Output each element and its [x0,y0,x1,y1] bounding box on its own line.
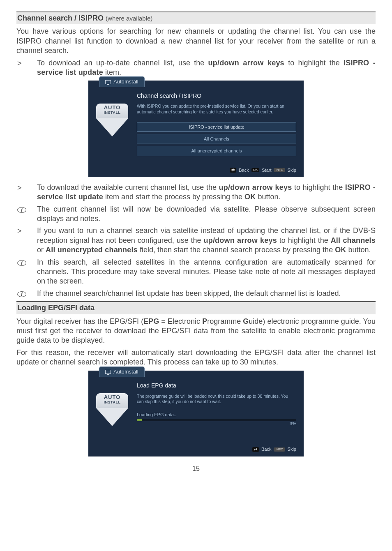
info-note-3: If the channel search/channel list updat… [16,289,376,299]
bold-text: All channels [331,236,376,244]
text: Your digital receiver has the EPG/SFI ( [16,317,143,325]
bold-text: OK [244,193,256,201]
text: To download an up-to-date channel list, … [37,59,208,67]
bold-text: up/down arrow keys [219,183,292,191]
text: button. [346,246,371,254]
footer-start[interactable]: Start [262,167,271,173]
step-channel-search: > If you want to run a channel search vi… [16,226,376,255]
bold-text: E [168,317,173,325]
back-icon: ⇄ [230,168,236,173]
footer-skip[interactable]: Skip [288,446,296,452]
tab-label: AutoInstall [113,369,138,376]
intro-paragraph: You have various options for searching f… [16,27,376,55]
auto-install-badge: AUTO INSTALL [96,104,128,158]
info-icon [17,260,26,266]
tab-label: AutoInstall [113,78,138,85]
screenshot-channel-search: AutoInstall AUTO INSTALL Channel search … [16,81,376,177]
progress-fill [137,419,142,421]
badge-line1: AUTO [96,105,128,110]
panel-footer: ⇄ Back INFO Skip [88,445,304,453]
bold-text: up/down arrow keys [208,59,284,67]
info-chip: INFO [274,447,285,452]
text: = [159,317,168,325]
footer-skip[interactable]: Skip [288,167,296,173]
badge-line2: INSTALL [96,400,128,405]
back-icon: ⇄ [252,447,259,452]
auto-install-badge: AUTO INSTALL [96,393,128,437]
text: lectronic [173,317,202,325]
section-heading-channel-search: Channel search / ISIPRO (where available… [16,12,376,24]
info-icon [17,207,26,213]
footer-back[interactable]: Back [239,167,249,173]
screenshot-load-epg: AutoInstall AUTO INSTALL Load EPG data T… [16,371,376,456]
bold-text: OK [335,246,346,254]
chevron-marker: > [16,183,37,202]
text: button. [256,193,280,201]
badge-line1: AUTO [96,394,128,400]
text: to highlight the [284,59,344,67]
info-text: If the channel search/channel list updat… [37,289,376,299]
window-tab: AutoInstall [99,76,145,87]
option-isipro-update[interactable]: ISIPRO - service list update [137,122,296,132]
panel-footer: ⇄ Back OK Start INFO Skip [88,166,304,174]
heading-paren: (where available) [106,15,152,22]
monitor-icon [105,80,111,84]
text: To download the available current channe… [37,183,219,191]
info-text: In this search, all selected satellites … [37,258,376,286]
chevron-marker: > [16,226,37,255]
panel-title: Load EPG data [137,382,296,389]
info-text: The current channel list will now be dow… [37,205,376,224]
text: item. [103,68,121,76]
info-note-2: In this search, all selected satellites … [16,258,376,286]
info-note-1: The current channel list will now be dow… [16,205,376,224]
badge-arrow-icon [96,408,128,426]
page-number: 15 [16,465,376,473]
text: to highlight the [292,183,345,191]
panel-description: The programme guide will be loaded now, … [137,394,296,404]
window-tab: AutoInstall [99,367,145,377]
info-icon [17,291,26,297]
text: item and start the process by pressing t… [103,193,244,201]
badge-arrow-icon [96,118,128,136]
bold-text: EPG [143,317,159,325]
section-heading-loading-epg: Loading EPG/SFI data [16,301,376,314]
progress-percent: 3% [137,421,296,427]
bold-text: up/down arrow keys [204,236,277,244]
panel-title: Channel search / ISIPRO [137,92,296,99]
badge-line2: INSTALL [96,110,128,115]
step-download-available: > To download the available current chan… [16,183,376,202]
epg-paragraph-1: Your digital receiver has the EPG/SFI (E… [16,317,376,346]
ok-chip: OK [251,168,260,172]
heading-text: Channel search / ISIPRO [17,14,104,22]
option-all-unencrypted[interactable]: All unencrypted channels [137,146,296,156]
chevron-marker: > [16,58,37,78]
step-download-list: > To download an up-to-date channel list… [16,58,376,78]
footer-back[interactable]: Back [261,446,271,452]
bold-text: P [202,317,207,325]
option-all-channels[interactable]: All Channels [137,134,296,144]
text: field, then start the channel search pro… [138,246,335,254]
epg-paragraph-2: For this reason, the receiver will autom… [16,348,376,367]
text: to highlight the [277,236,331,244]
monitor-icon [105,370,111,374]
bold-text: All unencrypted channels [46,246,138,254]
info-chip: INFO [274,168,285,172]
loading-label: Loading EPG data... [137,412,296,417]
text: or [37,246,46,254]
panel-description: With ISIPRO you can update the pre-insta… [137,104,296,114]
progress-bar [137,419,296,421]
bold-text: G [243,317,249,325]
text: rogramme [207,317,243,325]
